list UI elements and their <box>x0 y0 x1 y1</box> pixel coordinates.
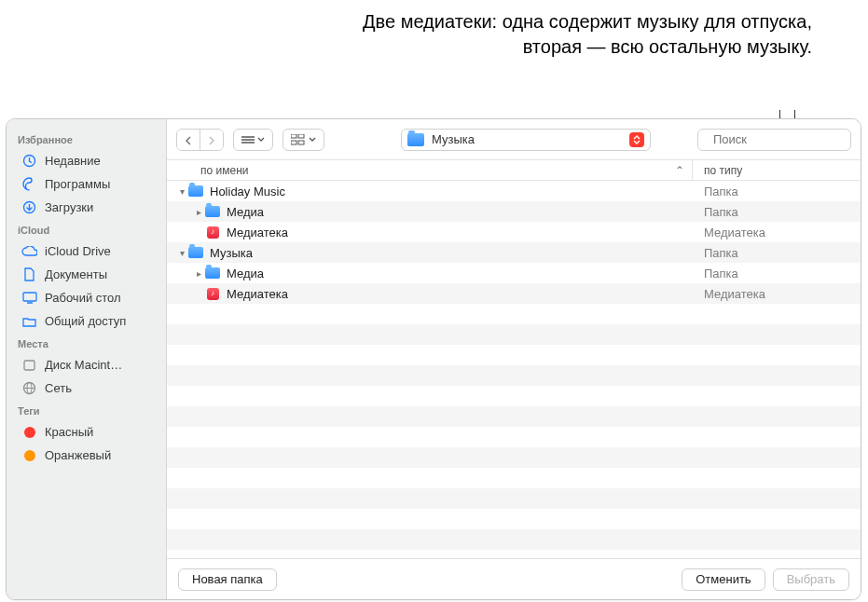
disclosure-triangle-icon[interactable]: ▾ <box>176 248 187 258</box>
forward-button[interactable] <box>200 130 223 151</box>
file-name: Медиа <box>221 267 693 280</box>
disk-icon <box>21 357 37 373</box>
file-open-dialog: ИзбранноеНедавниеПрограммыЗагрузкиiCloud… <box>6 118 861 600</box>
sidebar-item-label: Сеть <box>45 381 72 395</box>
file-type: Папка <box>693 205 861 219</box>
sidebar-item-tag-orange[interactable]: Оранжевый <box>10 444 162 467</box>
file-name: Holiday Music <box>204 185 693 198</box>
sidebar-item-downloads[interactable]: Загрузки <box>10 196 162 219</box>
file-type: Папка <box>693 246 861 260</box>
sidebar-item-apps[interactable]: Программы <box>10 172 162 196</box>
shared-icon <box>21 313 37 329</box>
table-row[interactable]: ▸МедиаПапка <box>167 263 861 283</box>
folder-icon <box>204 206 221 217</box>
sidebar-item-recent[interactable]: Недавние <box>10 149 162 172</box>
search-field[interactable] <box>697 129 851 151</box>
music-library-icon <box>204 226 221 239</box>
column-headers: по имени ⌃ по типу <box>167 160 861 181</box>
file-list[interactable]: ▾Holiday MusicПапка▸МедиаПапкаМедиатекаМ… <box>167 181 861 558</box>
callout-text: Две медиатеки: одна содержит музыку для … <box>327 9 812 60</box>
file-name: Медиа <box>221 205 693 219</box>
sidebar-item-macdisk[interactable]: Диск Macint… <box>10 353 162 376</box>
chevron-down-icon <box>257 137 265 143</box>
sidebar-item-label: iCloud Drive <box>45 244 111 258</box>
up-down-icon <box>633 135 641 144</box>
file-name: Медиатека <box>221 226 693 239</box>
sidebar-section-title: Места <box>7 333 166 353</box>
svg-rect-3 <box>23 293 36 301</box>
sidebar-item-label: Недавние <box>45 154 101 168</box>
disclosure-triangle-icon[interactable]: ▾ <box>176 186 187 197</box>
column-header-name[interactable]: по имени ⌃ <box>167 160 693 180</box>
file-name: Музыка <box>204 246 693 260</box>
globe-icon <box>21 380 37 396</box>
sidebar-item-network[interactable]: Сеть <box>10 376 162 400</box>
tag-dot-icon <box>21 424 37 440</box>
sidebar-section-title: Теги <box>7 400 166 420</box>
main-pane: Музыка по имени ⌃ <box>167 119 861 599</box>
sidebar-item-label: Рабочий стол <box>45 291 121 305</box>
table-row[interactable]: ▸МедиаПапка <box>167 201 861 222</box>
svg-rect-5 <box>24 361 34 370</box>
desktop-icon <box>21 290 37 306</box>
cloud-icon <box>21 243 37 259</box>
chevron-right-icon <box>208 136 215 145</box>
sidebar-item-shared[interactable]: Общий доступ <box>10 309 162 333</box>
sidebar-item-label: Документы <box>45 267 107 281</box>
file-type: Медиатека <box>693 226 861 239</box>
table-row[interactable]: МедиатекаМедиатека <box>167 283 861 304</box>
grid-icon <box>291 134 306 145</box>
folder-icon <box>407 133 424 146</box>
column-type-label: по типу <box>704 164 742 177</box>
sidebar-section-title: Избранное <box>7 129 166 149</box>
chevron-down-icon <box>309 137 316 143</box>
list-icon <box>241 135 255 144</box>
sidebar-item-iclouddrive[interactable]: iCloud Drive <box>10 239 162 263</box>
folder-icon <box>187 247 204 258</box>
column-name-label: по имени <box>200 164 248 177</box>
view-list-button[interactable] <box>233 129 273 151</box>
cancel-button[interactable]: Отменить <box>682 568 765 591</box>
doc-icon <box>21 267 37 282</box>
search-input[interactable] <box>711 131 861 147</box>
folder-icon <box>187 185 204 197</box>
choose-button[interactable]: Выбрать <box>773 568 849 591</box>
tag-dot-icon <box>21 447 37 463</box>
apps-icon <box>21 176 37 192</box>
sidebar-item-documents[interactable]: Документы <box>10 263 162 286</box>
svg-rect-14 <box>291 141 296 144</box>
sort-ascending-icon: ⌃ <box>675 164 684 177</box>
sidebar-item-desktop[interactable]: Рабочий стол <box>10 286 162 309</box>
nav-back-forward <box>176 129 224 151</box>
chevron-left-icon <box>185 136 192 145</box>
svg-rect-15 <box>298 141 304 144</box>
path-popup[interactable]: Музыка <box>401 129 651 151</box>
svg-rect-13 <box>298 134 304 138</box>
sidebar-item-tag-red[interactable]: Красный <box>10 420 162 444</box>
table-row[interactable]: ▾Holiday MusicПапка <box>167 181 861 201</box>
svg-rect-12 <box>291 134 296 138</box>
sidebar-item-label: Загрузки <box>45 200 93 214</box>
music-library-icon <box>204 288 221 300</box>
back-button[interactable] <box>177 130 200 151</box>
table-row[interactable]: МедиатекаМедиатека <box>167 222 861 242</box>
folder-icon <box>204 267 221 279</box>
disclosure-triangle-icon[interactable]: ▸ <box>193 268 204 279</box>
table-row[interactable]: ▾МузыкаПапка <box>167 242 861 263</box>
clock-icon <box>21 153 37 169</box>
sidebar-item-label: Программы <box>45 177 110 191</box>
disclosure-triangle-icon[interactable]: ▸ <box>193 207 204 217</box>
path-label: Музыка <box>432 132 622 146</box>
sidebar-item-label: Оранжевый <box>45 448 111 462</box>
file-type: Папка <box>693 185 861 198</box>
group-button[interactable] <box>282 129 324 151</box>
new-folder-button[interactable]: Новая папка <box>178 568 277 591</box>
sidebar: ИзбранноеНедавниеПрограммыЗагрузкиiCloud… <box>7 119 167 599</box>
column-header-type[interactable]: по типу <box>693 160 861 180</box>
sidebar-section-title: iCloud <box>7 219 166 239</box>
sidebar-item-label: Диск Macint… <box>45 358 122 372</box>
file-type: Папка <box>693 267 861 280</box>
download-icon <box>21 199 37 215</box>
file-type: Медиатека <box>693 287 861 301</box>
path-popup-toggle[interactable] <box>629 132 644 147</box>
